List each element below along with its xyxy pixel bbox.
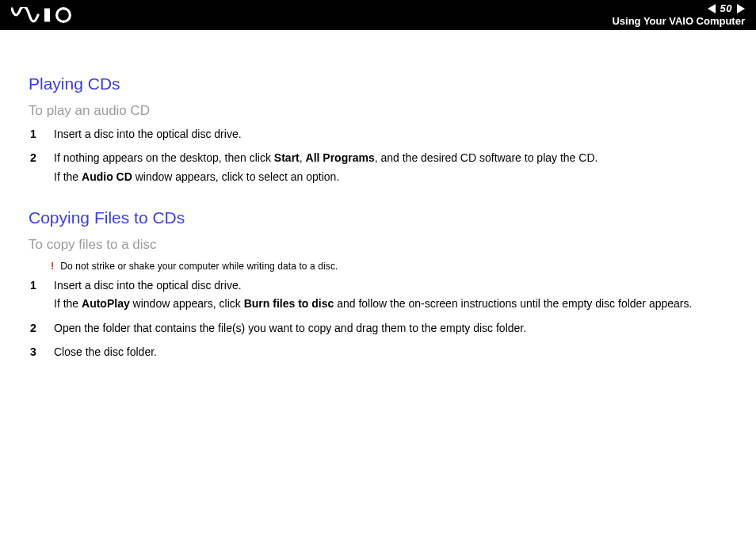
prev-page-arrow-icon[interactable] xyxy=(708,4,716,13)
step-text: If the AutoPlay window appears, click Bu… xyxy=(54,296,729,311)
warning: ! Do not strike or shake your computer w… xyxy=(51,261,729,272)
step-item: 1 Insert a disc into the optical disc dr… xyxy=(30,127,729,145)
step-text: Insert a disc into the optical disc driv… xyxy=(54,278,729,293)
step-body: Insert a disc into the optical disc driv… xyxy=(54,127,729,145)
section-copying-files: Copying Files to CDs To copy files to a … xyxy=(29,208,729,363)
section-title: Copying Files to CDs xyxy=(29,208,729,227)
step-text: Close the disc folder. xyxy=(54,345,729,360)
vaio-logo xyxy=(11,7,87,23)
step-body: If nothing appears on the desktop, then … xyxy=(54,151,729,188)
step-item: 1 Insert a disc into the optical disc dr… xyxy=(30,278,729,315)
next-page-arrow-icon[interactable] xyxy=(737,4,745,13)
header-nav: 50 Using Your VAIO Computer xyxy=(609,3,745,28)
section-subtitle: To play an audio CD xyxy=(29,103,729,119)
vaio-logo-icon xyxy=(11,7,87,23)
warning-icon: ! xyxy=(51,261,54,271)
header-bar: 50 Using Your VAIO Computer xyxy=(0,0,756,30)
step-text: If the Audio CD window appears, click to… xyxy=(54,170,729,185)
step-list: 1 Insert a disc into the optical disc dr… xyxy=(30,278,729,363)
warning-text: Do not strike or shake your computer whi… xyxy=(60,261,338,272)
svg-point-1 xyxy=(57,9,71,22)
step-number: 3 xyxy=(30,345,43,363)
page-number: 50 xyxy=(720,3,732,14)
section-subtitle: To copy files to a disc xyxy=(29,237,729,253)
step-body: Close the disc folder. xyxy=(54,345,729,363)
step-number: 2 xyxy=(30,321,43,339)
step-list: 1 Insert a disc into the optical disc dr… xyxy=(30,127,729,188)
step-item: 2 Open the folder that contains the file… xyxy=(30,321,729,339)
step-item: 2 If nothing appears on the desktop, the… xyxy=(30,151,729,188)
step-text: Open the folder that contains the file(s… xyxy=(54,321,729,336)
breadcrumb[interactable]: Using Your VAIO Computer xyxy=(612,16,745,27)
section-title: Playing CDs xyxy=(29,74,729,93)
step-number: 1 xyxy=(30,278,43,315)
section-playing-cds: Playing CDs To play an audio CD 1 Insert… xyxy=(29,74,729,188)
svg-rect-0 xyxy=(44,9,50,22)
step-number: 2 xyxy=(30,151,43,188)
step-number: 1 xyxy=(30,127,43,145)
step-item: 3 Close the disc folder. xyxy=(30,345,729,363)
step-text: Insert a disc into the optical disc driv… xyxy=(54,127,729,142)
step-body: Insert a disc into the optical disc driv… xyxy=(54,278,729,315)
step-body: Open the folder that contains the file(s… xyxy=(54,321,729,339)
step-text: If nothing appears on the desktop, then … xyxy=(54,151,729,166)
page-content: Playing CDs To play an audio CD 1 Insert… xyxy=(0,30,756,363)
